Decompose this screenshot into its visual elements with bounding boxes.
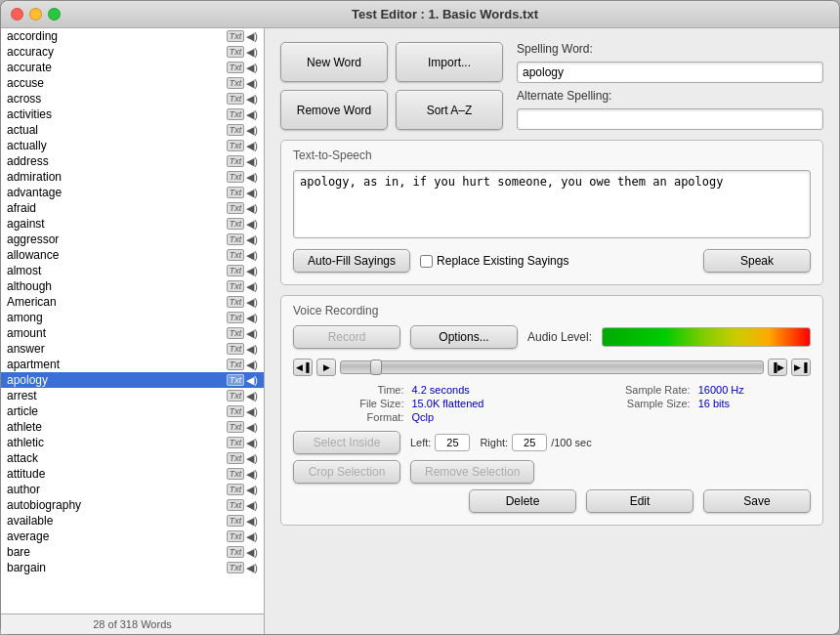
word-name: article <box>7 404 223 418</box>
sidebar-item[interactable]: admiration Txt ◀) <box>1 169 264 185</box>
text-icon: Txt <box>227 93 245 105</box>
item-icons: Txt ◀) <box>227 484 258 496</box>
alt-spelling-input[interactable] <box>517 108 823 130</box>
sidebar-item[interactable]: address Txt ◀) <box>1 153 264 169</box>
sidebar-item[interactable]: accurate Txt ◀) <box>1 60 264 75</box>
text-icon: Txt <box>227 249 245 261</box>
replace-checkbox-label[interactable]: Replace Existing Sayings <box>420 254 568 268</box>
play-button[interactable]: ▶ <box>316 359 336 376</box>
item-icons: Txt ◀) <box>227 62 258 74</box>
sidebar-item[interactable]: athlete Txt ◀) <box>1 419 264 435</box>
sidebar-item[interactable]: aggressor Txt ◀) <box>1 232 264 247</box>
ff-button[interactable]: ▐▶ <box>768 359 787 376</box>
sidebar-item[interactable]: according Txt ◀) <box>1 28 264 44</box>
sidebar-item[interactable]: autobiography Txt ◀) <box>1 497 264 513</box>
right-field[interactable] <box>512 434 547 451</box>
voice-title: Voice Recording <box>293 304 811 318</box>
replace-checkbox[interactable] <box>420 255 433 268</box>
edit-button[interactable]: Edit <box>586 489 693 513</box>
scrubber-thumb[interactable] <box>370 360 382 375</box>
format-value: Qclp <box>411 411 550 423</box>
sidebar-item[interactable]: almost Txt ◀) <box>1 263 264 278</box>
sidebar-item[interactable]: available Txt ◀) <box>1 513 264 529</box>
word-name: amount <box>7 326 223 340</box>
tts-controls: Auto-Fill Sayings Replace Existing Sayin… <box>293 249 811 273</box>
sidebar-item[interactable]: athletic Txt ◀) <box>1 435 264 450</box>
speaker-icon: ◀) <box>246 405 258 418</box>
options-button[interactable]: Options... <box>410 325 518 349</box>
sidebar-item[interactable]: bargain Txt ◀) <box>1 560 264 575</box>
record-button[interactable]: Record <box>293 325 400 349</box>
word-name: aggressor <box>7 233 223 246</box>
left-field[interactable] <box>435 434 470 451</box>
sidebar-item[interactable]: advantage Txt ◀) <box>1 185 264 200</box>
sidebar-item[interactable]: accuracy Txt ◀) <box>1 44 264 60</box>
tts-textarea[interactable] <box>293 170 811 238</box>
item-icons: Txt ◀) <box>227 343 258 356</box>
word-list[interactable]: according Txt ◀) accuracy Txt ◀) accurat… <box>1 28 264 614</box>
top-section: New Word Import... Remove Word Sort A–Z … <box>280 42 823 130</box>
rewind-button[interactable]: ◀▐ <box>293 359 313 376</box>
text-icon: Txt <box>227 233 245 245</box>
sidebar-item[interactable]: arrest Txt ◀) <box>1 388 264 403</box>
item-icons: Txt ◀) <box>227 546 258 559</box>
save-button[interactable]: Save <box>703 489 811 513</box>
speaker-icon: ◀) <box>246 171 258 184</box>
item-icons: Txt ◀) <box>227 327 258 340</box>
sidebar-item[interactable]: attitude Txt ◀) <box>1 466 264 482</box>
item-icons: Txt ◀) <box>227 562 258 574</box>
close-button[interactable] <box>11 8 23 21</box>
text-icon: Txt <box>227 484 245 495</box>
content-area: according Txt ◀) accuracy Txt ◀) accurat… <box>1 28 839 634</box>
sidebar-item[interactable]: activities Txt ◀) <box>1 106 264 122</box>
item-icons: Txt ◀) <box>227 46 258 59</box>
select-inside-button[interactable]: Select Inside <box>293 431 400 454</box>
sidebar-item[interactable]: accuse Txt ◀) <box>1 75 264 91</box>
sidebar-item[interactable]: author Txt ◀) <box>1 482 264 497</box>
sidebar-item[interactable]: attack Txt ◀) <box>1 450 264 466</box>
sidebar-item[interactable]: across Txt ◀) <box>1 91 264 106</box>
maximize-button[interactable] <box>48 8 61 21</box>
import-button[interactable]: Import... <box>396 42 503 82</box>
end-button[interactable]: ▶▐ <box>791 359 811 376</box>
text-icon: Txt <box>227 218 245 230</box>
sidebar-item[interactable]: American Txt ◀) <box>1 294 264 310</box>
sidebar-item[interactable]: apartment Txt ◀) <box>1 357 264 372</box>
sidebar-item[interactable]: among Txt ◀) <box>1 310 264 325</box>
sidebar-item[interactable]: average Txt ◀) <box>1 529 264 544</box>
item-icons: Txt ◀) <box>227 249 258 262</box>
remove-selection-button[interactable]: Remove Selection <box>410 460 534 484</box>
sidebar-item[interactable]: answer Txt ◀) <box>1 341 264 357</box>
tts-title: Text-to-Speech <box>293 148 811 162</box>
crop-selection-button[interactable]: Crop Selection <box>293 460 400 484</box>
delete-button[interactable]: Delete <box>469 489 576 513</box>
new-word-button[interactable]: New Word <box>280 42 388 82</box>
sidebar-item[interactable]: against Txt ◀) <box>1 216 264 232</box>
speaker-icon: ◀) <box>246 233 258 246</box>
word-name: attack <box>7 451 223 465</box>
scrubber-track[interactable] <box>340 360 764 374</box>
sidebar-item[interactable]: article Txt ◀) <box>1 403 264 419</box>
auto-fill-button[interactable]: Auto-Fill Sayings <box>293 249 410 273</box>
sort-az-button[interactable]: Sort A–Z <box>396 90 503 130</box>
spelling-word-input[interactable] <box>517 62 823 83</box>
sidebar-item[interactable]: afraid Txt ◀) <box>1 200 264 216</box>
minimize-button[interactable] <box>29 8 42 21</box>
sidebar-item[interactable]: apology Txt ◀) <box>1 372 264 388</box>
audio-level-label: Audio Level: <box>527 330 592 344</box>
speak-button[interactable]: Speak <box>703 249 811 273</box>
item-icons: Txt ◀) <box>227 499 258 512</box>
sidebar-item[interactable]: although Txt ◀) <box>1 278 264 294</box>
item-icons: Txt ◀) <box>227 77 258 90</box>
word-name: arrest <box>7 389 223 402</box>
item-icons: Txt ◀) <box>227 93 258 106</box>
sidebar-item[interactable]: bare Txt ◀) <box>1 544 264 560</box>
sidebar-item[interactable]: amount Txt ◀) <box>1 325 264 341</box>
speaker-icon: ◀) <box>246 359 258 371</box>
sidebar-item[interactable]: actual Txt ◀) <box>1 122 264 138</box>
item-icons: Txt ◀) <box>227 155 258 168</box>
word-name: bargain <box>7 561 223 574</box>
remove-word-button[interactable]: Remove Word <box>280 90 388 130</box>
sidebar-item[interactable]: allowance Txt ◀) <box>1 247 264 263</box>
sidebar-item[interactable]: actually Txt ◀) <box>1 138 264 153</box>
